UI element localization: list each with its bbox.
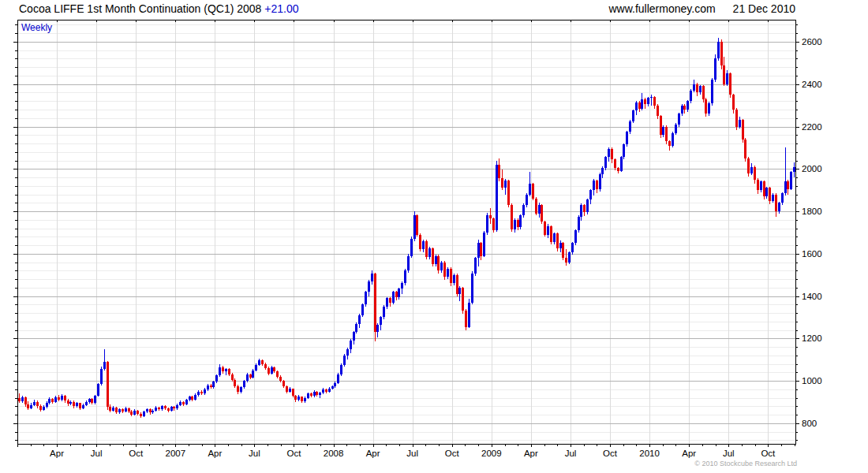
candle (346, 349, 349, 356)
candle (458, 288, 461, 294)
major-gridlines (17, 43, 795, 424)
candle (432, 248, 434, 264)
candle (304, 398, 306, 401)
x-axis-label: 2007 (165, 449, 185, 458)
candle (620, 157, 623, 170)
candle (519, 215, 522, 227)
candle (717, 42, 720, 59)
candle (368, 281, 370, 292)
candle (739, 120, 741, 126)
candle (100, 369, 103, 385)
candle (152, 411, 154, 413)
candle (170, 407, 173, 410)
candle (690, 91, 692, 101)
candle (140, 414, 142, 416)
x-axis-label: Jul (91, 449, 103, 458)
candle (337, 374, 339, 383)
candle (252, 371, 254, 378)
candle (58, 397, 60, 400)
candle (69, 402, 72, 404)
candle (541, 205, 543, 222)
candle (556, 233, 559, 248)
candle (757, 180, 759, 190)
candle (644, 99, 646, 105)
candle (307, 393, 309, 397)
candle (243, 381, 245, 387)
candle (107, 362, 109, 407)
candle (331, 386, 334, 389)
candle (437, 256, 440, 271)
x-axis-label: Oct (603, 449, 618, 458)
candle (109, 407, 111, 410)
candle (553, 233, 556, 242)
candle (210, 385, 212, 388)
candle (279, 377, 282, 381)
candle (79, 403, 81, 408)
candle (43, 407, 45, 409)
x-axis-label: Jul (406, 449, 418, 458)
candle (675, 125, 677, 133)
candle (355, 324, 357, 333)
vertical-gridlines (58, 20, 769, 444)
candle (532, 184, 534, 199)
candle (97, 384, 99, 396)
candle (182, 402, 185, 404)
candles-layer (18, 38, 795, 418)
candle (596, 181, 598, 189)
candle (638, 102, 641, 109)
candle (726, 73, 728, 84)
candle (18, 398, 21, 401)
candle (310, 393, 312, 396)
candle (465, 311, 467, 326)
candle (456, 275, 458, 294)
candle (30, 405, 32, 408)
candle (723, 65, 725, 84)
candle (376, 325, 379, 332)
candle (425, 241, 428, 257)
candle (623, 144, 625, 157)
candle (653, 97, 656, 106)
candle (720, 42, 723, 65)
candle (164, 406, 166, 408)
candle (234, 380, 236, 386)
candle (735, 110, 738, 127)
candle (33, 402, 36, 405)
candle (492, 218, 495, 230)
candle (480, 243, 482, 255)
candle (522, 205, 525, 215)
candle (462, 288, 464, 311)
candle (699, 86, 702, 92)
candle (374, 274, 376, 332)
candle (635, 102, 638, 111)
candle (580, 205, 582, 217)
candle (650, 97, 653, 98)
candle (282, 381, 285, 386)
candle (496, 165, 498, 230)
x-axis-label: Apr (50, 449, 64, 458)
candle (790, 172, 792, 189)
candle (371, 274, 373, 281)
x-axis-label: 2008 (324, 449, 344, 458)
candle (586, 199, 589, 212)
candle (125, 408, 127, 412)
candle (322, 389, 324, 393)
candle (529, 184, 531, 194)
candle (665, 127, 668, 142)
candle (204, 389, 206, 393)
candle (711, 80, 713, 103)
candle (419, 235, 421, 250)
candle (601, 168, 604, 174)
candle (146, 409, 148, 412)
frequency-label: Weekly (21, 22, 52, 33)
x-axis-label: Apr (682, 449, 696, 458)
y-axis-label: 1600 (802, 249, 822, 259)
candle (231, 374, 234, 380)
candle (611, 149, 613, 159)
candle (511, 205, 513, 229)
candle (416, 215, 418, 234)
candle (115, 408, 118, 412)
candle (286, 386, 288, 392)
candle (73, 402, 75, 407)
candle (340, 365, 342, 374)
candle (732, 95, 735, 110)
